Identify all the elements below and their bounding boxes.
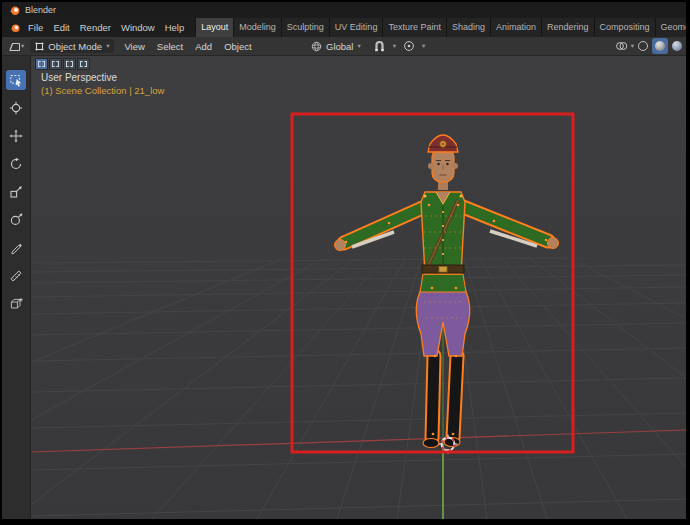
collection-breadcrumb: (1) Scene Collection | 21_low [41,85,164,96]
mode-label: Object Mode [48,41,102,52]
tab-shading[interactable]: Shading [447,18,491,37]
tool-measure-button[interactable] [6,266,26,286]
blender-menu-icon[interactable] [10,22,20,34]
menu-edit[interactable]: Edit [48,18,74,37]
viewport-header: ▾ Object Mode ▾ View Select Add Object G… [2,37,686,56]
blender-window: Blender File Edit Render Window Help Lay… [2,2,686,519]
tool-annotate-button[interactable] [6,238,26,258]
view-perspective-label: User Perspective [41,72,117,83]
window-title: Blender [25,5,56,15]
overlays-button[interactable] [613,40,630,52]
tab-geometry-nodes[interactable]: Geometry Nodes [656,18,686,37]
tab-rendering[interactable]: Rendering [542,18,595,37]
chevron-down-icon: ▾ [106,43,109,50]
proportional-editing-button[interactable] [401,40,417,52]
tool-scale-button[interactable] [6,182,26,202]
overlays-icon [615,40,628,52]
select-mode-extend-button[interactable] [49,58,62,70]
menu-window[interactable]: Window [116,18,160,37]
select-mode-group [35,58,90,70]
shading-solid-button[interactable] [652,38,668,54]
menu-select[interactable]: Select [151,41,189,52]
wireframe-sphere-icon [638,41,648,51]
orientation-dropdown[interactable]: Global ▾ [306,39,366,53]
shading-cluster: ▾ [613,37,686,55]
snap-magnet-button[interactable] [371,40,388,52]
menu-object[interactable]: Object [218,41,257,52]
select-mode-new-button[interactable] [35,58,48,70]
menu-add[interactable]: Add [189,41,218,52]
tab-texture-paint[interactable]: Texture Paint [383,18,447,37]
tab-sculpting[interactable]: Sculpting [282,18,330,37]
menu-render[interactable]: Render [75,18,116,37]
chevron-down-icon: ▾ [357,43,360,50]
workspace-tabs: Layout Modeling Sculpting UV Editing Tex… [195,18,686,37]
globe-icon [311,41,322,52]
select-mode-subtract-button[interactable] [63,58,76,70]
menu-help[interactable]: Help [160,18,190,37]
object-mode-icon [35,42,44,51]
tool-add-cube-button[interactable] [6,294,26,314]
menu-file[interactable]: File [23,18,48,37]
soldier-model[interactable] [335,135,559,448]
proportional-dropdown-icon[interactable]: ▾ [422,43,425,50]
magnet-icon [373,40,386,52]
editor-type-icon [8,41,21,52]
editor-type-dropdown[interactable]: ▾ [6,41,26,52]
mode-dropdown[interactable]: Object Mode ▾ [30,39,114,53]
tab-compositing[interactable]: Compositing [595,18,656,37]
transform-snap-cluster: Global ▾ ▾ ▾ [302,37,425,55]
tab-animation[interactable]: Animation [491,18,542,37]
viewport-3d[interactable]: User Perspective (1) Scene Collection | … [32,56,686,519]
select-mode-invert-button[interactable] [77,58,90,70]
scene-canvas [32,56,686,519]
menubar: File Edit Render Window Help Layout Mode… [2,18,686,37]
chevron-down-icon: ▾ [21,43,24,50]
shading-material-button[interactable] [669,38,685,54]
shading-wireframe-button[interactable] [635,38,651,54]
solid-sphere-icon [655,41,665,51]
tab-uv-editing[interactable]: UV Editing [330,18,384,37]
tab-layout[interactable]: Layout [196,18,234,37]
tool-select-box-button[interactable] [6,70,26,90]
titlebar: Blender [2,2,686,18]
left-toolbar [2,56,31,519]
tool-rotate-button[interactable] [6,154,26,174]
menu-view[interactable]: View [118,41,150,52]
blender-logo-icon [9,5,20,16]
orientation-label: Global [326,41,353,52]
tool-transform-button[interactable] [6,210,26,230]
tab-modeling[interactable]: Modeling [234,18,282,37]
material-sphere-icon [672,41,682,51]
proportional-editing-icon [403,40,415,52]
tool-move-button[interactable] [6,126,26,146]
main-region: User Perspective (1) Scene Collection | … [2,56,686,519]
snap-dropdown-icon[interactable]: ▾ [393,43,396,50]
tool-cursor-button[interactable] [6,98,26,118]
overlays-dropdown-icon[interactable]: ▾ [631,43,634,50]
